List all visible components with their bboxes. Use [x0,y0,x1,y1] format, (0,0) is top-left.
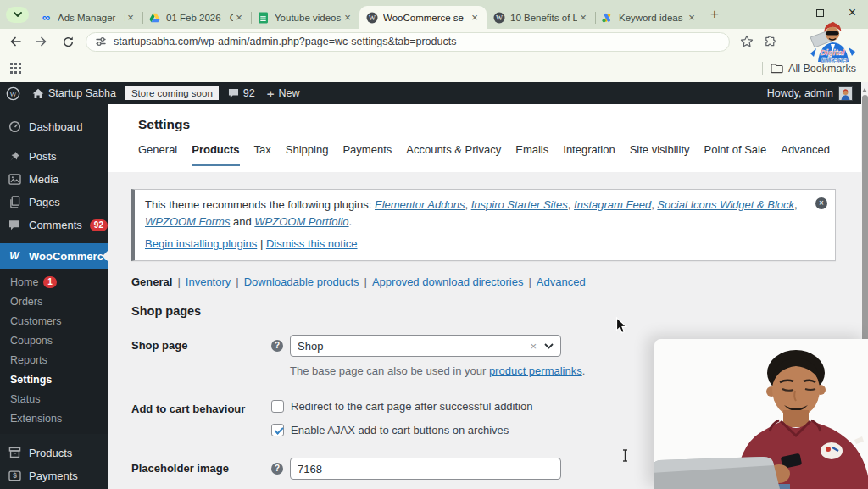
apps-grid-icon[interactable] [10,63,21,74]
scroll-up-arrow-icon[interactable] [862,86,867,92]
my-account-menu[interactable]: Howdy, admin [767,86,861,101]
shop-page-select[interactable]: Shop × [290,335,561,357]
tab-close-icon[interactable]: × [125,12,136,24]
submenu-item-status[interactable]: Status [0,389,108,408]
submenu-item-coupons[interactable]: Coupons [0,331,108,350]
placeholder-image-label: Placeholder image [131,458,271,475]
sidebar-item-posts[interactable]: Posts [0,145,108,168]
minimize-button[interactable]: – [785,7,792,19]
browser-tab-keyword-ideas[interactable]: Keyword ideas - M × [595,6,704,29]
new-tab-button[interactable]: + [704,3,726,25]
google-drive-icon [148,11,161,24]
clear-icon[interactable]: × [530,340,537,353]
tab-close-icon[interactable]: × [233,12,245,24]
site-settings-icon[interactable] [95,36,107,47]
dismiss-this-notice-link[interactable]: Dismiss this notice [266,237,358,250]
pages-icon [8,196,21,208]
plugin-link-elementor-addons[interactable]: Elementor Addons [375,198,465,211]
plugin-link-wpzoom-forms[interactable]: WPZOOM Forms [145,215,230,228]
plugin-link-social-icons[interactable]: Social Icons Widget & Block [657,198,794,211]
subsection-inventory[interactable]: Inventory [186,275,231,288]
bookmark-star-icon[interactable] [740,35,754,48]
tab-accounts-privacy[interactable]: Accounts & Privacy [406,143,501,166]
notice-intro: This theme recommends the following plug… [145,198,375,211]
submenu-item-home[interactable]: Home 1 [0,272,108,292]
close-button[interactable]: × [849,6,856,19]
shop-page-label: Shop page [131,335,271,352]
ajax-add-to-cart-checkbox[interactable] [271,424,284,436]
reload-button[interactable] [57,31,79,53]
arrow-right-icon [35,35,48,48]
plugin-link-inspiro-starter-sites[interactable]: Inspiro Starter Sites [471,198,568,211]
tab-site-visibility[interactable]: Site visibility [630,143,690,166]
sidebar-item-woocommerce[interactable]: W WooCommerce [0,243,108,269]
submenu-item-label: Reports [10,354,47,366]
tab-payments[interactable]: Payments [342,143,392,166]
submenu-item-label: Status [10,393,40,405]
submenu-item-orders[interactable]: Orders [0,292,108,311]
tab-emails[interactable]: Emails [515,143,548,166]
tab-close-icon[interactable]: × [686,12,698,24]
browser-tab-woocommerce-active[interactable]: W WooCommerce se × [359,6,487,29]
tab-shipping[interactable]: Shipping [286,143,329,166]
browser-tab-drive[interactable]: 01 Feb 2026 - Goo × [142,6,251,29]
admin-comments-link[interactable]: 92 [222,82,261,104]
help-icon[interactable]: ? [271,463,283,475]
subsection-approved-download-directories[interactable]: Approved download directories [372,275,524,288]
placeholder-image-input[interactable] [290,458,561,480]
wordpress-logo-icon[interactable]: W [0,82,26,104]
tab-close-icon[interactable]: × [577,12,589,24]
sidebar-item-products[interactable]: Products [0,441,108,464]
address-bar[interactable]: startupsabha.com/wp-admin/admin.php?page… [86,32,730,52]
browser-tab-ads-manager[interactable]: ∞ Ads Manager - Ma × [34,6,142,29]
submenu-item-label: Coupons [10,335,53,347]
tab-products[interactable]: Products [192,143,239,166]
tab-search-button[interactable] [6,7,29,23]
tab-general[interactable]: General [138,143,177,166]
scrollbar-thumb[interactable] [862,95,868,363]
sidebar-item-label: Comments [29,219,82,231]
redirect-cart-checkbox[interactable] [271,400,284,413]
svg-text:W: W [368,14,375,22]
tab-tax[interactable]: Tax [254,143,271,166]
page-title: Settings [138,117,861,132]
reload-icon [62,36,75,48]
tab-close-icon[interactable]: × [342,12,353,24]
sidebar-item-dashboard[interactable]: Dashboard [0,114,108,138]
submenu-item-reports[interactable]: Reports [0,350,108,370]
extensions-icon[interactable] [764,36,776,48]
tab-label: 10 Benefits of Lea [510,13,577,23]
store-coming-soon-badge[interactable]: Store coming soon [125,86,219,100]
dismiss-notice-icon[interactable]: × [815,197,827,209]
tab-advanced[interactable]: Advanced [781,143,830,166]
product-permalinks-link[interactable]: product permalinks [489,364,582,377]
browser-tab-sheets[interactable]: Youtube videos co × [251,6,359,29]
site-name-link[interactable]: Startup Sabha [26,82,122,104]
plugin-link-wpzoom-portfolio[interactable]: WPZOOM Portfolio [254,215,348,228]
tab-point-of-sale[interactable]: Point of Sale [704,143,767,166]
plugin-link-instagram-feed[interactable]: Instagram Feed [574,198,651,211]
cart-behaviour-label: Add to cart behaviour [131,398,271,415]
subsection-general[interactable]: General [131,275,172,288]
option-label: Enable AJAX add to cart buttons on archi… [291,424,509,436]
submenu-item-customers[interactable]: Customers [0,311,108,331]
subsection-downloadable-products[interactable]: Downloadable products [244,275,359,288]
help-icon[interactable]: ? [271,340,283,352]
sidebar-item-media[interactable]: Media [0,168,108,191]
submenu-item-extensions[interactable]: Extensions [0,408,108,428]
tab-integration[interactable]: Integration [563,143,615,166]
sidebar-item-label: Dashboard [29,120,83,133]
sidebar-item-pages[interactable]: Pages [0,191,108,214]
sidebar-item-payments[interactable]: $ Payments [0,464,108,487]
browser-profile-avatar[interactable]: Digital Bikana [806,19,859,64]
forward-button[interactable] [31,31,53,53]
begin-installing-plugins-link[interactable]: Begin installing plugins [145,237,257,250]
new-content-button[interactable]: + New [261,82,306,104]
tab-close-icon[interactable]: × [469,12,481,24]
subsection-advanced[interactable]: Advanced [537,275,586,288]
maximize-button[interactable] [816,9,824,17]
sidebar-item-comments[interactable]: Comments 92 [0,214,108,236]
back-button[interactable] [4,31,26,53]
browser-tab-benefits[interactable]: W 10 Benefits of Lea × [487,6,595,29]
submenu-item-settings[interactable]: Settings [0,370,108,389]
